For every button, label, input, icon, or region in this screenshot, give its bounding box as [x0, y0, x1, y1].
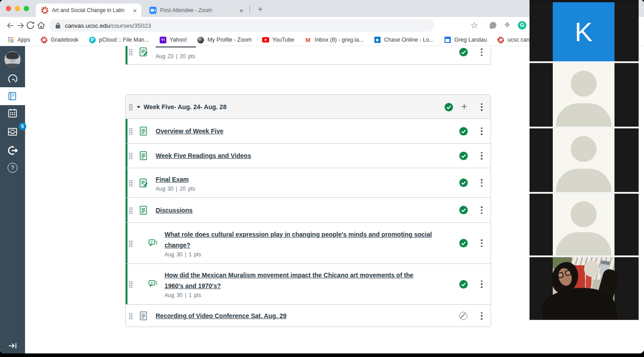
tab-canvas[interactable]: Art and Social Change in Latin × — [36, 4, 141, 17]
published-check-icon[interactable] — [459, 178, 468, 187]
participant-tile-avatar[interactable] — [530, 63, 639, 127]
tab-title: Post Attendee - Zoom — [160, 7, 237, 13]
discussion-icon — [148, 280, 157, 289]
item-options-kebab[interactable] — [480, 152, 483, 160]
close-window-button[interactable] — [6, 6, 11, 11]
participant-video — [553, 257, 614, 320]
module-item-row[interactable]: How did the Mexican Muralism movement im… — [126, 264, 491, 305]
item-options-kebab[interactable] — [480, 128, 483, 135]
participant-tile-initial[interactable]: K — [530, 2, 639, 61]
zoom-window-button[interactable] — [24, 6, 29, 11]
courses-icon-active[interactable] — [0, 87, 25, 105]
bookmark-gradebook[interactable]: Gradebook — [41, 36, 79, 43]
pcloud-icon: P — [89, 36, 96, 43]
calendar-icon[interactable] — [0, 107, 25, 119]
grammarly-extension-icon[interactable]: G — [518, 21, 526, 30]
module-item-row[interactable]: Final Exam Aug 30 | 20 pts — [126, 168, 491, 198]
module-item-link[interactable]: Discussions — [156, 207, 192, 214]
tab-zoom[interactable]: Post Attendee - Zoom × — [144, 4, 248, 17]
item-options-kebab[interactable] — [480, 179, 483, 187]
new-tab-button[interactable]: + — [254, 4, 267, 16]
add-item-plus-icon[interactable]: + — [458, 101, 470, 113]
page-icon — [140, 151, 148, 160]
item-options-kebab[interactable] — [480, 280, 483, 288]
bookmark-pcloud[interactable]: P pCloud :: File Man... — [89, 36, 149, 43]
participant-tile-avatar[interactable] — [530, 194, 639, 255]
drag-handle[interactable] — [129, 49, 133, 55]
logout-icon[interactable] — [0, 144, 25, 157]
dashboard-icon[interactable] — [0, 73, 25, 85]
home-icon[interactable] — [36, 20, 47, 31]
bookmark-star-icon[interactable]: ☆ — [470, 20, 478, 31]
google-calendar-icon — [444, 36, 451, 43]
participant-tile-video[interactable] — [530, 257, 639, 320]
module-item-row[interactable]: Overview of Week Five — [126, 119, 491, 144]
apps-grid-icon — [7, 36, 14, 43]
zoom-profile-icon — [197, 36, 204, 43]
unpublished-icon[interactable] — [459, 312, 467, 320]
bookmark-chase[interactable]: Chase Online - Lo... — [374, 36, 434, 43]
account-avatar[interactable] — [0, 51, 25, 68]
avatar-placeholder-icon — [553, 194, 614, 255]
bookmark-greg-landau[interactable]: Greg Landau — [444, 36, 487, 43]
minimize-window-button[interactable] — [15, 6, 20, 11]
published-bar — [126, 46, 127, 64]
refresh-icon[interactable] — [25, 20, 36, 31]
item-options-kebab[interactable] — [480, 312, 483, 320]
module-item-row[interactable]: Week Five Readings and Videos — [126, 144, 491, 168]
extension-icon[interactable] — [490, 22, 496, 29]
item-options-kebab[interactable] — [480, 206, 483, 214]
drag-handle[interactable] — [129, 281, 133, 288]
drag-handle[interactable] — [129, 207, 133, 214]
dropbox-extension-icon[interactable]: ❖ — [504, 21, 510, 29]
bookmark-gmail-inbox[interactable]: M Inbox (8) - greg.la... — [305, 36, 364, 43]
published-check-icon[interactable] — [459, 127, 468, 136]
url-text: canvas.ucsc.edu/courses/35023 — [65, 22, 151, 29]
module-item-row[interactable]: Recording of Video Conference Sat. Aug. … — [126, 305, 491, 327]
module-item-link[interactable]: How did the Mexican Muralism movement im… — [165, 272, 413, 289]
close-tab-icon[interactable]: × — [237, 7, 248, 14]
gmail-icon: M — [305, 36, 312, 43]
module-options-kebab[interactable] — [480, 103, 483, 111]
help-icon[interactable]: ? — [0, 163, 25, 173]
zoom-favicon — [149, 7, 157, 14]
module-item-link[interactable]: Final Exam — [156, 176, 189, 183]
module-item-row[interactable]: Discussions — [126, 198, 491, 223]
module-item-link[interactable]: What role does cultural expression play … — [165, 231, 432, 249]
module-item-row[interactable]: What role does cultural expression play … — [126, 223, 491, 264]
inbox-icon[interactable]: 5 — [0, 126, 25, 139]
published-check-icon[interactable] — [459, 206, 468, 214]
collapse-nav-icon[interactable] — [0, 340, 25, 351]
published-check-icon[interactable] — [459, 239, 468, 247]
drag-handle[interactable] — [129, 128, 133, 135]
close-tab-icon[interactable]: × — [130, 7, 141, 14]
drag-handle[interactable] — [129, 313, 133, 319]
bookmark-yahoo[interactable]: Y! Yahoo! — [159, 36, 187, 43]
browser-window: Art and Social Change in Latin × Post At… — [0, 0, 644, 353]
drag-handle[interactable] — [129, 240, 133, 247]
avatar-placeholder-icon — [553, 128, 614, 192]
bookmark-youtube[interactable]: YouTube — [262, 36, 294, 43]
module-item-link[interactable]: Overview of Week Five — [156, 128, 223, 135]
published-check-icon[interactable] — [459, 48, 468, 56]
module-published-check-icon[interactable] — [445, 103, 453, 111]
participant-tile-avatar[interactable] — [530, 128, 639, 192]
bookmark-apps[interactable]: Apps — [7, 36, 30, 43]
back-icon[interactable] — [5, 20, 16, 31]
published-check-icon[interactable] — [459, 280, 468, 289]
yahoo-icon: Y! — [159, 36, 166, 43]
item-options-kebab[interactable] — [480, 48, 483, 56]
drag-handle[interactable] — [129, 180, 133, 187]
published-check-icon[interactable] — [459, 152, 468, 160]
forward-icon[interactable] — [15, 20, 26, 31]
drag-handle[interactable] — [129, 104, 133, 110]
collapse-caret-icon[interactable] — [137, 106, 140, 108]
bookmark-zoom-profile[interactable]: My Profile - Zoom — [197, 36, 252, 43]
secure-lock-icon[interactable] — [55, 22, 60, 29]
clipped-item-link[interactable] — [156, 47, 196, 47]
address-bar[interactable]: canvas.ucsc.edu/courses/35023 — [49, 19, 434, 32]
drag-handle[interactable] — [129, 153, 133, 159]
module-item-link[interactable]: Week Five Readings and Videos — [156, 152, 251, 159]
module-item-link[interactable]: Recording of Video Conference Sat. Aug. … — [156, 312, 287, 319]
item-options-kebab[interactable] — [480, 239, 483, 247]
